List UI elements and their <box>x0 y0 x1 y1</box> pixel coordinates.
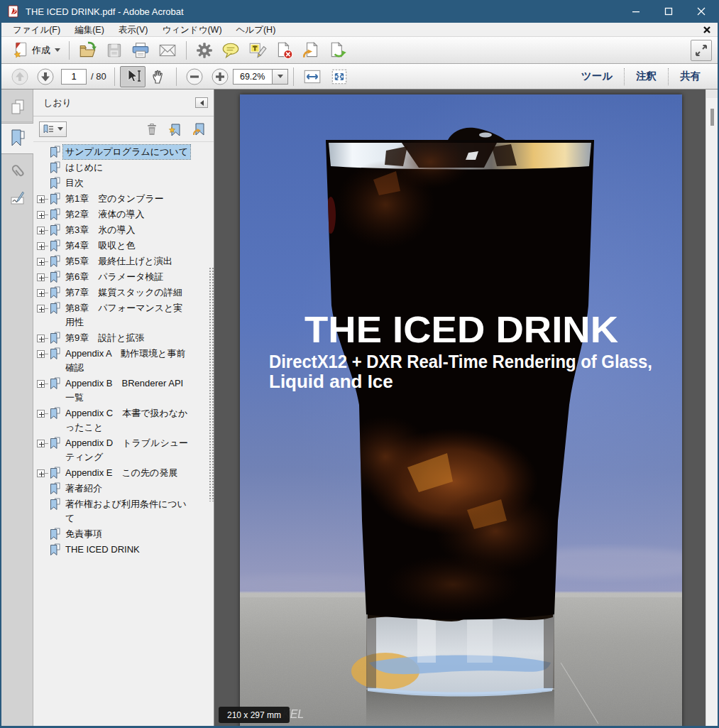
menubar-close-icon[interactable] <box>702 25 712 35</box>
expand-bookmark-icon[interactable] <box>37 289 45 297</box>
fit-width-button[interactable] <box>299 65 326 88</box>
zoom-in-button[interactable] <box>207 65 233 88</box>
zoom-out-button[interactable] <box>182 65 207 88</box>
replace-page-button[interactable] <box>298 39 325 62</box>
collapse-panel-button[interactable] <box>195 97 208 108</box>
expand-bookmark-icon[interactable] <box>37 469 45 477</box>
expand-bookmark-icon[interactable] <box>37 273 45 281</box>
create-pdf-button[interactable]: 作成 <box>7 39 64 62</box>
expand-bookmark-icon[interactable] <box>37 410 45 418</box>
bookmark-item[interactable]: 第6章 パラメータ検証 <box>37 269 212 285</box>
bookmarks-tab[interactable] <box>1 123 33 154</box>
save-file-button[interactable] <box>101 39 127 62</box>
bookmark-item[interactable]: 第7章 媒質スタックの詳細 <box>37 285 212 300</box>
titlebar: THE ICED DRINK.pdf - Adobe Acrobat <box>1 0 718 23</box>
scrollbar-thumb[interactable] <box>710 109 714 126</box>
zoom-dropdown-button[interactable] <box>273 69 288 85</box>
delete-bookmark-trash-icon[interactable] <box>146 122 158 136</box>
attachments-tab[interactable] <box>1 158 33 185</box>
menu-help[interactable]: ヘルプ(H) <box>229 23 283 37</box>
settings-gear-icon <box>195 41 214 60</box>
hand-tool-button[interactable] <box>146 66 171 87</box>
bookmark-item[interactable]: 第1章 空のタンブラー <box>37 191 212 207</box>
previous-page-button[interactable] <box>7 65 33 88</box>
bookmark-item[interactable]: 著作権および利用条件について <box>37 496 212 526</box>
bookmark-item[interactable]: サンプルプログラムについて <box>37 144 212 160</box>
tree-connector <box>45 443 48 444</box>
bookmark-item[interactable]: はじめに <box>37 160 212 175</box>
export-page-button[interactable] <box>325 39 352 62</box>
bookmark-item[interactable]: 第9章 設計と拡張 <box>37 330 212 346</box>
expand-toolbar-button[interactable] <box>691 40 712 61</box>
expand-bookmark-icon[interactable] <box>37 440 45 447</box>
bookmark-item[interactable]: 免責事項 <box>37 526 212 542</box>
bookmark-item[interactable]: 第4章 吸収と色 <box>37 238 212 254</box>
bookmark-item[interactable]: 著者紹介 <box>37 481 212 496</box>
page-thumbnails-tab[interactable] <box>1 92 33 122</box>
create-dropdown-caret <box>55 48 60 52</box>
bookmark-item[interactable]: Appendix C 本書で扱わなかったこと <box>37 406 212 435</box>
expand-bookmark-icon[interactable] <box>37 335 45 342</box>
bookmark-list: サンプルプログラムについて はじめに 目次 第1章 空のタンブラー <box>33 142 214 726</box>
menu-file[interactable]: ファイル(F) <box>6 23 67 37</box>
new-bookmark-icon[interactable] <box>168 122 182 136</box>
highlight-text-button[interactable] <box>244 39 271 62</box>
bookmark-item[interactable]: THE ICED DRINK <box>37 542 212 558</box>
settings-button[interactable] <box>192 39 217 62</box>
signatures-tab[interactable] <box>1 185 33 212</box>
bookmark-item[interactable]: Appendix A 動作環境と事前確認 <box>37 346 212 376</box>
expand-bookmark-icon[interactable] <box>37 242 45 250</box>
comment-link[interactable]: 注釈 <box>625 70 668 83</box>
menu-view[interactable]: 表示(V) <box>111 23 155 37</box>
tree-connector <box>45 473 48 474</box>
bookmark-label: 第5章 最終仕上げと演出 <box>63 254 175 268</box>
bookmark-label: はじめに <box>63 161 105 175</box>
panel-resize-handle[interactable] <box>209 267 214 501</box>
page-number-input[interactable] <box>61 69 87 85</box>
create-pdf-label: 作成 <box>32 44 50 57</box>
expand-bookmark-icon[interactable] <box>37 258 45 266</box>
expand-bookmark-icon[interactable] <box>37 305 45 313</box>
bookmark-item[interactable]: Appendix D トラブルシューティング <box>37 435 212 465</box>
tree-connector <box>45 308 48 309</box>
close-button[interactable] <box>685 0 718 23</box>
menu-edit[interactable]: 編集(E) <box>67 23 111 37</box>
tools-link[interactable]: ツール <box>570 70 624 83</box>
bookmark-item[interactable]: 第3章 氷の導入 <box>37 222 212 238</box>
minimize-button[interactable] <box>620 0 652 23</box>
maximize-button[interactable] <box>652 0 685 23</box>
bookmark-action-icon[interactable] <box>192 122 207 136</box>
bookmark-ribbon-icon <box>50 286 60 299</box>
bookmark-item[interactable]: 目次 <box>37 175 212 191</box>
delete-page-button[interactable] <box>271 39 298 62</box>
select-tool-icon <box>124 68 142 85</box>
bookmark-label: 著作権および利用条件について <box>63 497 191 526</box>
bookmark-ribbon-icon <box>50 482 60 495</box>
expand-bookmark-icon[interactable] <box>37 380 45 388</box>
add-comment-button[interactable] <box>217 39 244 62</box>
share-link[interactable]: 共有 <box>669 70 712 83</box>
bookmark-item[interactable]: 第5章 最終仕上げと演出 <box>37 254 212 269</box>
menu-window[interactable]: ウィンドウ(W) <box>155 23 229 37</box>
bookmark-item[interactable]: Appendix E この先の発展 <box>37 465 212 481</box>
bookmark-options-button[interactable] <box>39 121 67 137</box>
email-button[interactable] <box>154 39 181 62</box>
select-tool-button[interactable] <box>120 66 146 87</box>
open-file-button[interactable] <box>75 39 101 62</box>
print-button[interactable] <box>127 39 154 62</box>
next-page-button[interactable] <box>33 65 58 88</box>
vertical-scrollbar[interactable] <box>706 89 718 726</box>
delete-page-icon <box>275 41 295 60</box>
zoom-level-value[interactable]: 69.2% <box>233 69 273 85</box>
bookmark-label: Appendix C 本書で扱わなかったこと <box>63 406 191 435</box>
bookmark-item[interactable]: 第2章 液体の導入 <box>37 207 212 222</box>
expand-bookmark-icon[interactable] <box>37 350 45 358</box>
bookmark-options-icon <box>43 124 54 134</box>
fit-page-button[interactable] <box>326 65 353 88</box>
bookmark-item[interactable]: Appendix B BRenderer API 一覧 <box>37 376 212 406</box>
bookmark-item[interactable]: 第8章 パフォーマンスと実用性 <box>37 300 212 330</box>
expand-bookmark-icon[interactable] <box>37 211 45 219</box>
expand-bookmark-icon[interactable] <box>37 227 45 234</box>
expand-bookmark-icon[interactable] <box>37 195 45 203</box>
bookmark-label: 第8章 パフォーマンスと実用性 <box>63 301 191 330</box>
